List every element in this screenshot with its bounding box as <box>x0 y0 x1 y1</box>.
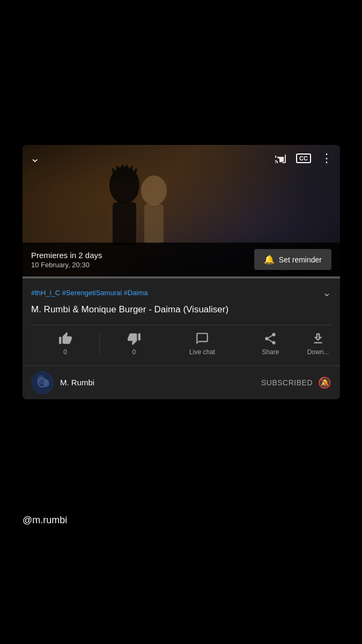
avatar-svg <box>31 371 54 394</box>
svg-rect-7 <box>113 202 136 245</box>
set-reminder-button[interactable]: 🔔 Set reminder <box>254 249 331 270</box>
dislike-button[interactable]: 0 <box>100 332 168 356</box>
channel-actions: SUBSCRIBED 🔕 <box>261 376 331 389</box>
bell-icon: 🔔 <box>264 254 275 265</box>
minimize-icon[interactable]: ⌄ <box>30 151 40 165</box>
video-thumbnail[interactable]: ⌄ CC ⋮ Premieres in 2 days 10 February, … <box>23 145 340 276</box>
channel-row: M. Rumbi SUBSCRIBED 🔕 <box>23 365 340 399</box>
video-title: M. Rumbi & Monique Burger - Daima (Visua… <box>31 303 331 316</box>
share-icon <box>263 332 277 346</box>
top-right-icons: CC ⋮ <box>275 151 333 165</box>
live-chat-label: Live chat <box>189 348 215 356</box>
svg-point-8 <box>141 175 167 206</box>
premiere-label: Premieres in 2 days <box>31 251 102 260</box>
set-reminder-label: Set reminder <box>279 255 322 264</box>
video-info-section: #thH_i_C #SerengetiSamurai #Daima ⌄ M. R… <box>23 279 340 365</box>
subscribe-button[interactable]: SUBSCRIBED <box>261 378 313 387</box>
download-icon <box>311 332 325 346</box>
download-button[interactable]: Down... <box>305 332 331 356</box>
premiere-date: 10 February, 20:30 <box>31 261 102 269</box>
video-top-controls: ⌄ CC ⋮ <box>23 151 340 165</box>
video-progress-bar[interactable] <box>23 276 340 279</box>
username-handle: @m.rumbi <box>23 515 67 526</box>
premiere-banner: Premieres in 2 days 10 February, 20:30 🔔… <box>23 243 340 276</box>
expand-icon[interactable]: ⌄ <box>322 286 331 299</box>
avatar-inner <box>31 371 54 394</box>
dislike-count: 0 <box>132 348 136 356</box>
premiere-text: Premieres in 2 days 10 February, 20:30 <box>31 251 102 269</box>
svg-rect-9 <box>144 204 164 244</box>
share-button[interactable]: Share <box>237 332 305 356</box>
like-button[interactable]: 0 <box>31 332 99 356</box>
hashtags-text[interactable]: #thH_i_C #SerengetiSamurai #Daima <box>31 289 148 297</box>
hashtags-row: #thH_i_C #SerengetiSamurai #Daima ⌄ <box>31 286 331 299</box>
like-count: 0 <box>63 348 67 356</box>
cc-icon[interactable]: CC <box>296 153 311 163</box>
channel-name[interactable]: M. Rumbi <box>60 378 94 387</box>
cast-icon[interactable] <box>275 153 286 163</box>
notification-icon[interactable]: 🔕 <box>318 376 331 389</box>
svg-rect-3 <box>121 165 123 178</box>
thumbs-down-icon <box>127 332 141 346</box>
chat-icon <box>195 332 209 346</box>
channel-avatar[interactable] <box>31 371 54 394</box>
more-options-icon[interactable]: ⋮ <box>321 151 333 165</box>
youtube-player-card: ⌄ CC ⋮ Premieres in 2 days 10 February, … <box>23 145 340 399</box>
thumbs-up-icon <box>58 332 72 346</box>
download-label: Down... <box>307 348 329 356</box>
action-buttons-row: 0 0 Live chat S <box>31 325 331 360</box>
share-label: Share <box>262 348 279 356</box>
channel-info: M. Rumbi <box>31 371 94 394</box>
live-chat-button[interactable]: Live chat <box>168 332 237 356</box>
